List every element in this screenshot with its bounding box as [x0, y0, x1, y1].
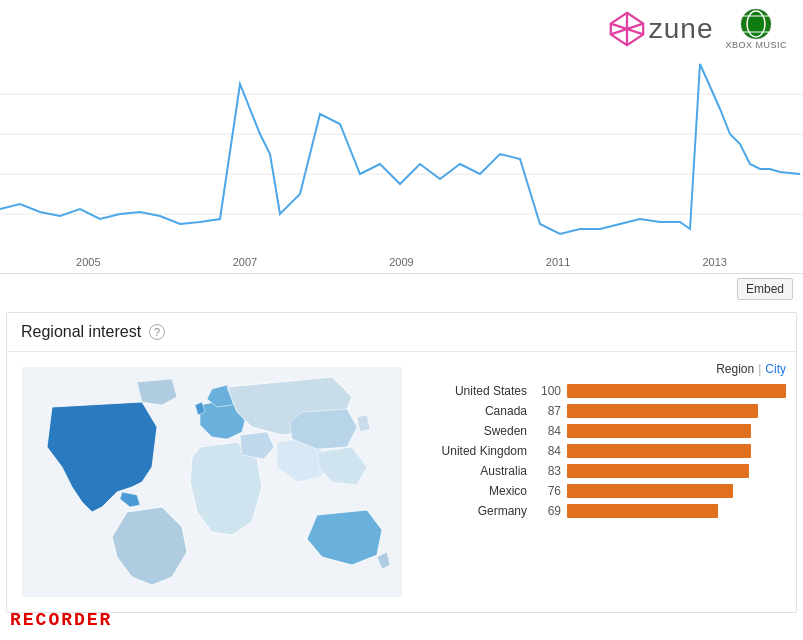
bar-track [567, 444, 786, 458]
zune-logo: zune [609, 11, 714, 47]
bar-fill [567, 444, 751, 458]
world-map-container [17, 362, 407, 602]
bar-track [567, 424, 786, 438]
bar-fill [567, 464, 749, 478]
bar-fill [567, 404, 758, 418]
bar-fill [567, 384, 786, 398]
country-label: Germany [417, 504, 527, 518]
bar-value: 87 [533, 404, 561, 418]
country-label: United States [417, 384, 527, 398]
xbox-icon [736, 8, 776, 40]
x-label-2011: 2011 [546, 256, 570, 268]
x-label-2005: 2005 [76, 256, 100, 268]
bar-value: 84 [533, 424, 561, 438]
help-icon[interactable]: ? [149, 324, 165, 340]
table-row: Mexico 76 [417, 484, 786, 498]
country-label: Mexico [417, 484, 527, 498]
bar-chart-side: Region | City United States 100 Canada 8… [417, 362, 786, 602]
country-label: Sweden [417, 424, 527, 438]
chart-svg [0, 54, 803, 254]
country-label: Australia [417, 464, 527, 478]
bar-fill [567, 504, 718, 518]
bar-value: 100 [533, 384, 561, 398]
table-row: Germany 69 [417, 504, 786, 518]
recorder-watermark: RECORDER [10, 610, 112, 630]
country-label: United Kingdom [417, 444, 527, 458]
logo-area: zune XBOX MUSIC [0, 0, 803, 54]
table-row: Sweden 84 [417, 424, 786, 438]
svg-point-4 [741, 9, 771, 39]
bar-fill [567, 484, 733, 498]
bar-track [567, 404, 786, 418]
bar-track [567, 384, 786, 398]
world-map-svg [22, 367, 402, 597]
embed-btn-row: Embed [0, 274, 803, 304]
bar-value: 69 [533, 504, 561, 518]
table-row: United Kingdom 84 [417, 444, 786, 458]
table-row: Canada 87 [417, 404, 786, 418]
bar-value: 84 [533, 444, 561, 458]
bar-track [567, 464, 786, 478]
country-label: Canada [417, 404, 527, 418]
regional-body: Region | City United States 100 Canada 8… [7, 352, 796, 612]
city-tab[interactable]: City [765, 362, 786, 376]
region-city-tabs: Region | City [417, 362, 786, 376]
zune-text: zune [649, 13, 714, 45]
table-row: Australia 83 [417, 464, 786, 478]
xbox-text: XBOX MUSIC [725, 40, 787, 50]
x-label-2009: 2009 [389, 256, 413, 268]
region-tab[interactable]: Region [716, 362, 754, 376]
embed-button[interactable]: Embed [737, 278, 793, 300]
x-label-2013: 2013 [702, 256, 726, 268]
bar-value: 83 [533, 464, 561, 478]
bar-fill [567, 424, 751, 438]
x-label-2007: 2007 [233, 256, 257, 268]
regional-header: Regional interest ? [7, 313, 796, 352]
regional-interest-title: Regional interest [21, 323, 141, 341]
tab-separator: | [758, 362, 761, 376]
bar-value: 76 [533, 484, 561, 498]
table-row: United States 100 [417, 384, 786, 398]
xbox-logo-area: XBOX MUSIC [725, 8, 787, 50]
bar-track [567, 504, 786, 518]
chart-x-labels: 2005 2007 2009 2011 2013 [0, 254, 803, 270]
regional-interest-section: Regional interest ? [6, 312, 797, 613]
zune-diamond-icon [609, 11, 645, 47]
trend-chart: 2005 2007 2009 2011 2013 [0, 54, 803, 274]
bar-track [567, 484, 786, 498]
